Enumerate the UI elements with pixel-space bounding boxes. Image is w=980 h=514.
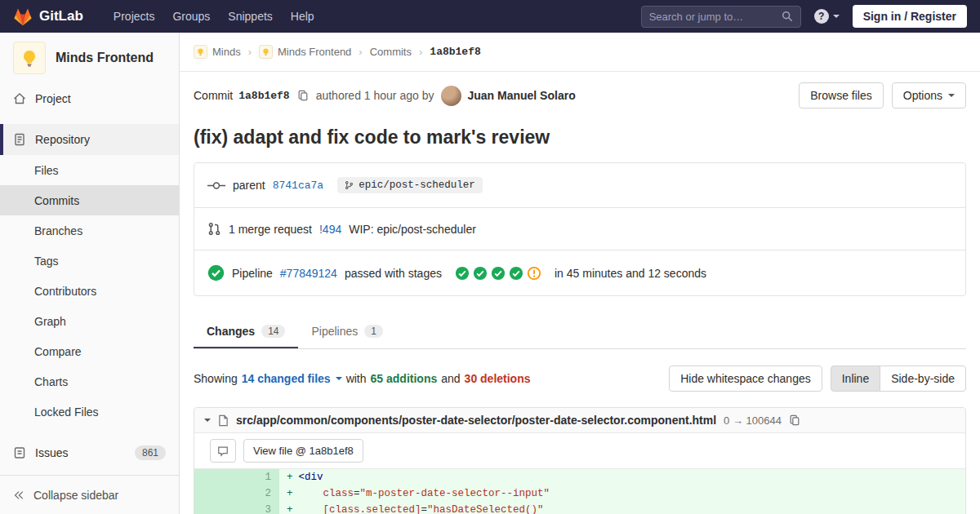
sidebar-item-repository[interactable]: Repository xyxy=(0,124,179,155)
branch-icon xyxy=(345,180,354,190)
sidebar-item-project[interactable]: Project xyxy=(0,83,179,114)
project-header[interactable]: Minds Frontend xyxy=(0,33,179,83)
copy-path-button[interactable] xyxy=(789,414,800,426)
tab-changes[interactable]: Changes 14 xyxy=(194,315,298,348)
merge-request-icon xyxy=(207,222,221,236)
branch-ref-chip[interactable]: epic/post-scheduler xyxy=(337,177,483,193)
help-menu[interactable]: ? xyxy=(814,9,840,24)
breadcrumb-current-sha: 1a8b1ef8 xyxy=(430,46,480,58)
sidebar-item-contributors[interactable]: Contributors xyxy=(0,276,179,306)
pipeline-row: Pipeline #77849124 passed with stages xyxy=(194,250,965,295)
pipeline-id-link[interactable]: #77849124 xyxy=(280,267,337,280)
project-mini-avatar xyxy=(259,45,273,59)
main-menu: Projects Groups Snippets Help xyxy=(105,2,323,31)
stage-warning-icon[interactable] xyxy=(527,266,541,281)
hide-whitespace-button[interactable]: Hide whitespace changes xyxy=(669,366,822,392)
old-line-number[interactable] xyxy=(194,469,237,485)
deletions-count: 30 deletions xyxy=(465,372,531,385)
home-icon xyxy=(13,92,26,105)
menu-item-groups[interactable]: Groups xyxy=(163,2,219,31)
pipeline-stage-icons xyxy=(455,266,541,281)
sidebar-item-locked-files[interactable]: Locked Files xyxy=(0,397,179,427)
breadcrumb-commits[interactable]: Commits xyxy=(370,46,412,58)
commit-meta-row: Commit 1a8b1ef8 authored 1 hour ago by J… xyxy=(194,82,966,109)
sign-in-register-button[interactable]: Sign in / Register xyxy=(853,5,967,28)
author-avatar[interactable] xyxy=(441,86,461,106)
view-file-button[interactable]: View file @ 1a8b1ef8 xyxy=(243,439,363,463)
issues-icon xyxy=(13,446,26,459)
merge-request-row: 1 merge request !494 WIP: epic/post-sche… xyxy=(194,207,965,250)
commit-info-box: parent 8741ca7a epic/post-scheduler xyxy=(194,162,966,296)
pipeline-duration: in 45 minutes and 12 seconds xyxy=(555,267,706,280)
stage-success-icon[interactable] xyxy=(455,266,470,281)
gitlab-logo-icon xyxy=(13,7,33,26)
commit-tabs: Changes 14 Pipelines 1 xyxy=(194,315,966,349)
sidebar-item-files[interactable]: Files xyxy=(0,155,179,185)
search-icon xyxy=(782,11,793,22)
new-line-number[interactable]: 2 xyxy=(237,485,279,502)
new-line-number[interactable]: 1 xyxy=(237,469,279,485)
commit-icon xyxy=(207,180,225,191)
sidebar-item-graph[interactable]: Graph xyxy=(0,306,179,336)
menu-item-projects[interactable]: Projects xyxy=(105,2,164,31)
parent-sha-link[interactable]: 8741ca7a xyxy=(273,179,323,192)
toggle-comments-button[interactable] xyxy=(210,439,236,463)
chevron-right-icon: › xyxy=(419,46,422,58)
sidebar-item-branches[interactable]: Branches xyxy=(0,215,179,246)
commit-label: Commit xyxy=(194,89,233,102)
main-content: Minds › Minds Frontend › Commits › 1a8b1… xyxy=(180,0,980,514)
showing-text: Showing xyxy=(194,372,238,385)
breadcrumb-group[interactable]: Minds xyxy=(194,45,241,59)
chevron-right-icon: › xyxy=(359,46,362,58)
search-input[interactable] xyxy=(649,11,777,23)
options-dropdown-button[interactable]: Options xyxy=(892,82,966,109)
pipeline-label: Pipeline xyxy=(232,267,273,280)
collapse-sidebar-button[interactable]: Collapse sidebar xyxy=(0,475,179,514)
diff-table: 1 +<div 2 + class="m-poster-date-selecto… xyxy=(194,468,965,514)
file-icon xyxy=(218,414,229,427)
diff-file-mode: 0 → 100644 xyxy=(724,414,782,427)
changed-files-dropdown[interactable]: 14 changed files xyxy=(242,372,342,385)
mr-title: WIP: epic/post-scheduler xyxy=(349,223,476,236)
pipelines-count-badge: 1 xyxy=(364,325,383,338)
stage-success-icon[interactable] xyxy=(509,266,523,281)
stage-success-icon[interactable] xyxy=(491,266,506,281)
diff-file-path[interactable]: src/app/common/components/poster-date-se… xyxy=(236,414,716,427)
menu-item-help[interactable]: Help xyxy=(282,2,323,31)
sidebar-item-compare[interactable]: Compare xyxy=(0,336,179,366)
comment-icon xyxy=(217,445,229,457)
with-text: with xyxy=(346,372,367,385)
menu-item-snippets[interactable]: Snippets xyxy=(219,2,281,31)
sidebar-item-charts[interactable]: Charts xyxy=(0,366,179,397)
new-line-number[interactable]: 3 xyxy=(237,502,279,514)
inline-view-button[interactable]: Inline xyxy=(831,366,880,392)
copy-sha-button[interactable] xyxy=(297,90,309,101)
copy-icon xyxy=(297,90,309,101)
chevron-down-icon xyxy=(948,94,955,97)
old-line-number[interactable] xyxy=(194,502,237,514)
and-text: and xyxy=(441,372,460,385)
stage-success-icon[interactable] xyxy=(473,266,488,281)
commit-actions: Browse files Options xyxy=(799,82,966,109)
collapse-diff-icon[interactable] xyxy=(204,419,211,422)
gitlab-home-link[interactable]: GitLab xyxy=(13,7,83,26)
side-by-side-view-button[interactable]: Side-by-side xyxy=(880,366,966,392)
breadcrumb-project[interactable]: Minds Frontend xyxy=(259,45,351,59)
chevron-right-icon: › xyxy=(248,46,252,58)
repository-subnav: Files Commits Branches Tags Contributors… xyxy=(0,155,179,427)
sidebar-item-tags[interactable]: Tags xyxy=(0,246,179,276)
copy-icon xyxy=(789,414,800,426)
sidebar-item-commits[interactable]: Commits xyxy=(0,185,179,215)
search-box xyxy=(641,6,801,28)
top-navbar: GitLab Projects Groups Snippets Help ? S… xyxy=(0,0,980,33)
old-line-number[interactable] xyxy=(194,485,237,502)
author-name[interactable]: Juan Manuel Solaro xyxy=(467,89,575,102)
pipeline-status-text: passed with stages xyxy=(345,267,442,280)
mr-id-link[interactable]: !494 xyxy=(319,223,341,236)
sidebar-item-issues[interactable]: Issues 861 xyxy=(0,437,179,468)
commit-title: (fix) adapt and fix code to mark's revie… xyxy=(194,126,966,148)
chevron-down-icon xyxy=(336,377,342,380)
tab-pipelines[interactable]: Pipelines 1 xyxy=(298,315,396,348)
browse-files-button[interactable]: Browse files xyxy=(799,82,883,109)
diff-line: 2 + class="m-poster-date-selector--input… xyxy=(194,485,965,502)
